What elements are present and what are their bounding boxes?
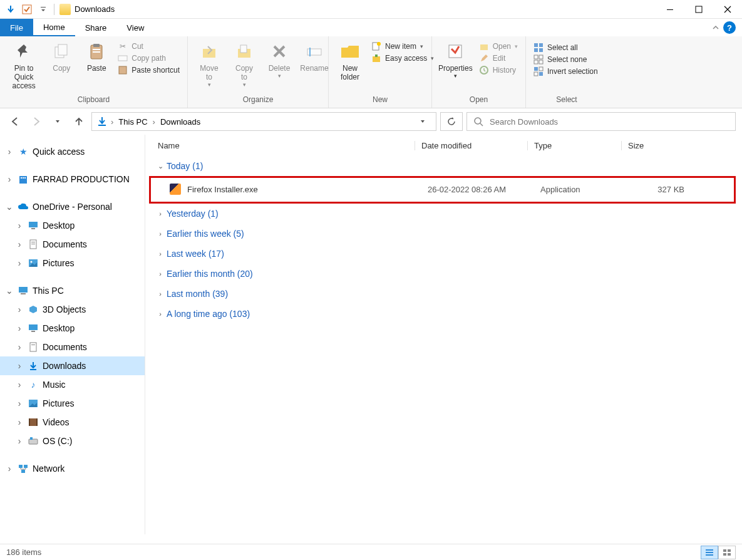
invert-selection-button[interactable]: Invert selection — [533, 66, 598, 76]
paste-icon — [86, 41, 106, 61]
pin-quick-access-button[interactable]: Pin to Quick access — [4, 39, 44, 90]
properties-button[interactable]: Properties▾ — [436, 39, 475, 79]
new-item-button[interactable]: New item ▾ — [371, 41, 434, 51]
tab-share[interactable]: Share — [75, 19, 117, 36]
sidebar-item-os-c[interactable]: ›OS (C:) — [0, 432, 145, 450]
svg-rect-38 — [21, 177, 22, 179]
checkbox-icon[interactable] — [21, 4, 33, 15]
sidebar-item-music[interactable]: ›♪Music — [0, 375, 145, 394]
group-last-week[interactable]: ›Last week (17) — [145, 244, 742, 264]
recent-locations-button[interactable] — [49, 113, 66, 130]
select-none-button[interactable]: Select none — [533, 54, 598, 65]
chevron-right-icon: › — [157, 270, 164, 277]
sidebar-item-network[interactable]: ›Network — [0, 459, 145, 478]
svg-rect-26 — [539, 48, 543, 52]
paste-button[interactable]: Paste — [79, 39, 114, 73]
sidebar-item-onedrive-pictures[interactable]: ›Pictures — [0, 254, 145, 272]
svg-rect-48 — [19, 287, 28, 293]
copy-to-button[interactable]: Copy to▾ — [227, 39, 262, 88]
tab-file[interactable]: File — [0, 19, 33, 36]
maximize-button[interactable] — [684, 0, 713, 19]
history-button[interactable]: History — [479, 65, 518, 75]
refresh-button[interactable] — [440, 112, 463, 131]
svg-point-36 — [475, 118, 481, 124]
breadcrumb-this-pc[interactable]: This PC — [116, 117, 150, 127]
rename-button[interactable]: Rename — [297, 39, 332, 73]
cut-button[interactable]: ✂Cut — [118, 41, 180, 51]
move-to-button[interactable]: Move to▾ — [192, 39, 227, 88]
copy-path-button[interactable]: Copy path — [118, 53, 180, 63]
navigation-pane[interactable]: ›★Quick access ›FARRAD PRODUCTION ⌄OneDr… — [0, 135, 145, 534]
collapse-ribbon-icon[interactable] — [712, 24, 719, 31]
svg-rect-8 — [93, 49, 100, 50]
search-input[interactable] — [490, 117, 729, 127]
svg-rect-63 — [21, 470, 25, 473]
new-folder-button[interactable]: New folder — [332, 39, 368, 81]
select-all-button[interactable]: Select all — [533, 43, 598, 53]
tab-view[interactable]: View — [116, 19, 154, 36]
column-header-name[interactable]: Name — [158, 141, 415, 150]
edit-button[interactable]: Edit — [479, 53, 518, 63]
down-arrow-icon[interactable] — [5, 4, 16, 15]
copy-button[interactable]: Copy — [44, 39, 79, 73]
open-button[interactable]: Open ▾ — [479, 41, 518, 51]
paste-shortcut-button[interactable]: Paste shortcut — [118, 65, 180, 75]
svg-rect-37 — [19, 176, 27, 184]
group-yesterday[interactable]: ›Yesterday (1) — [145, 204, 742, 224]
breadcrumb[interactable]: › This PC › Downloads — [91, 112, 436, 131]
breadcrumb-downloads[interactable]: Downloads — [158, 117, 203, 127]
chevron-right-icon[interactable]: › — [111, 117, 113, 127]
minimize-button[interactable] — [656, 0, 684, 19]
sidebar-item-onedrive[interactable]: ⌄OneDrive - Personal — [0, 197, 145, 216]
select-none-icon — [533, 54, 544, 65]
column-header-date[interactable]: Date modified — [415, 141, 527, 150]
sidebar-item-downloads[interactable]: ›Downloads — [0, 356, 145, 375]
group-earlier-week[interactable]: ›Earlier this week (5) — [145, 224, 742, 244]
sidebar-item-3d-objects[interactable]: ›3D Objects — [0, 300, 145, 319]
sidebar-item-onedrive-desktop[interactable]: ›Desktop — [0, 216, 145, 235]
sidebar-item-this-pc[interactable]: ⌄This PC — [0, 281, 145, 300]
file-row-firefox-installer[interactable]: Firefox Installer.exe 26-02-2022 08:26 A… — [151, 180, 734, 198]
sidebar-item-quick-access[interactable]: ›★Quick access — [0, 142, 145, 161]
group-today[interactable]: ⌄Today (1) — [145, 156, 742, 176]
group-long-ago[interactable]: ›A long time ago (103) — [145, 304, 742, 324]
close-button[interactable] — [713, 0, 742, 19]
up-button[interactable] — [70, 113, 88, 130]
svg-rect-42 — [31, 228, 35, 229]
sidebar-item-onedrive-documents[interactable]: ›Documents — [0, 235, 145, 254]
help-icon[interactable]: ? — [723, 21, 736, 34]
rename-icon — [304, 41, 324, 61]
svg-rect-33 — [534, 72, 538, 76]
svg-rect-40 — [24, 177, 26, 179]
svg-rect-57 — [29, 418, 30, 426]
delete-button[interactable]: Delete▾ — [262, 39, 297, 79]
pictures-icon — [28, 257, 39, 269]
chevron-right-icon[interactable]: › — [153, 117, 155, 127]
easy-access-button[interactable]: Easy access ▾ — [371, 53, 434, 63]
details-view-button[interactable] — [701, 546, 718, 559]
delete-icon — [269, 41, 289, 61]
breadcrumb-dropdown-icon[interactable] — [413, 118, 432, 125]
svg-rect-31 — [534, 67, 538, 71]
svg-rect-54 — [30, 369, 36, 370]
sidebar-item-documents[interactable]: ›Documents — [0, 338, 145, 356]
forward-button[interactable] — [28, 113, 45, 130]
large-icons-view-button[interactable] — [718, 546, 736, 559]
back-button[interactable] — [6, 113, 24, 130]
svg-rect-70 — [728, 553, 731, 556]
chevron-down-icon[interactable]: ⌄ — [5, 202, 14, 212]
chevron-right-icon: › — [157, 290, 164, 298]
search-box[interactable] — [466, 112, 736, 131]
qat-dropdown-icon[interactable] — [38, 4, 49, 15]
sidebar-item-desktop[interactable]: ›Desktop — [0, 319, 145, 338]
group-last-month[interactable]: ›Last month (39) — [145, 284, 742, 304]
svg-rect-11 — [119, 66, 126, 74]
svg-rect-10 — [118, 56, 127, 61]
desktop-icon — [28, 220, 39, 231]
sidebar-item-videos[interactable]: ›Videos — [0, 413, 145, 432]
sidebar-item-pictures[interactable]: ›Pictures — [0, 394, 145, 413]
chevron-down-icon[interactable]: ⌄ — [5, 286, 14, 296]
group-earlier-month[interactable]: ›Earlier this month (20) — [145, 264, 742, 284]
tab-home[interactable]: Home — [33, 19, 75, 36]
sidebar-item-farrad[interactable]: ›FARRAD PRODUCTION — [0, 170, 145, 189]
